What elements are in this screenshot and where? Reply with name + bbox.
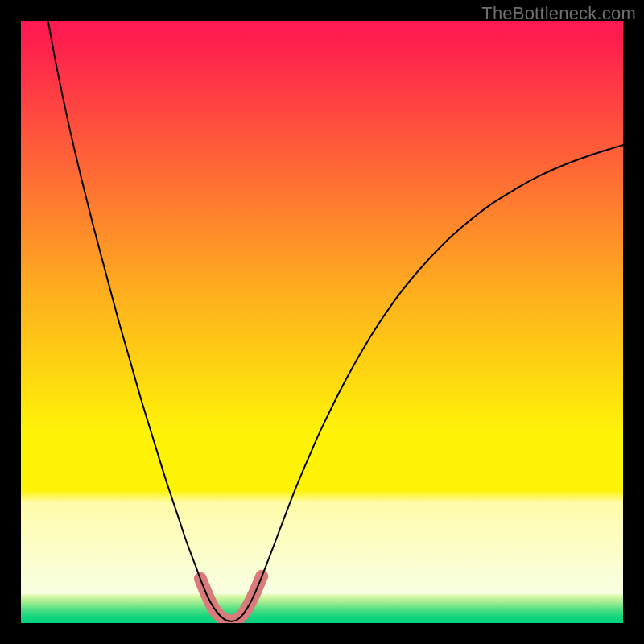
watermark-text: TheBottleneck.com — [481, 3, 636, 24]
chart-svg — [21, 21, 623, 623]
chart-frame: TheBottleneck.com — [0, 0, 644, 644]
chart-background — [21, 21, 623, 623]
chart-plot — [21, 21, 623, 623]
